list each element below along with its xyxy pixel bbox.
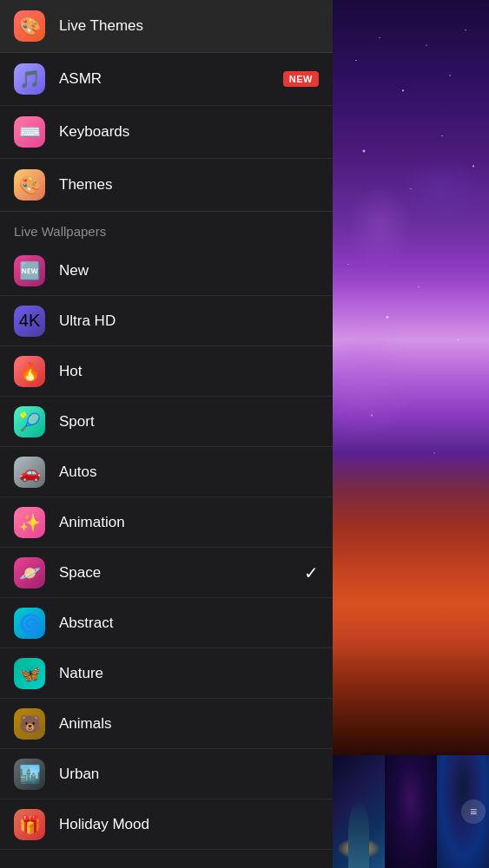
- nature-label: Nature: [59, 665, 103, 682]
- abstract-icon: 🌀: [14, 608, 45, 639]
- live-themes-label: Live Themes: [59, 17, 143, 35]
- themes-icon: 🎨: [14, 169, 45, 201]
- new-icon: 🆕: [14, 255, 45, 286]
- hot-label: Hot: [59, 363, 82, 380]
- scroll-indicator[interactable]: ≡: [461, 799, 486, 824]
- section-header: Live Wallpapers: [0, 212, 333, 246]
- category-item-abstract[interactable]: 🌀Abstract: [0, 598, 333, 648]
- sport-label: Sport: [59, 413, 95, 431]
- holiday-mood-icon: 🎁: [14, 809, 45, 840]
- thumbnails-strip: ≡: [333, 755, 489, 868]
- category-item-urban[interactable]: 🏙️Urban: [0, 749, 333, 799]
- category-item-space[interactable]: 🪐Space✓: [0, 548, 333, 598]
- urban-icon: 🏙️: [14, 759, 45, 790]
- category-item-sport[interactable]: 🎾Sport: [0, 397, 333, 447]
- thumbnail-1[interactable]: [333, 755, 385, 868]
- top-menu: 🎨Live Themes🎵ASMRNEW⌨️Keyboards🎨Themes: [0, 0, 333, 212]
- animals-icon: 🐻: [14, 708, 45, 740]
- category-item-hot[interactable]: 🔥Hot: [0, 346, 333, 397]
- menu-item-themes[interactable]: 🎨Themes: [0, 159, 333, 212]
- keyboards-icon: ⌨️: [14, 116, 45, 148]
- space-checkmark: ✓: [304, 562, 319, 583]
- category-item-autos[interactable]: 🚗Autos: [0, 447, 333, 497]
- keyboards-label: Keyboards: [59, 123, 129, 141]
- space-label: Space: [59, 564, 101, 582]
- animation-label: Animation: [59, 514, 125, 531]
- sidebar: 🎨Live Themes🎵ASMRNEW⌨️Keyboards🎨Themes L…: [0, 0, 333, 868]
- themes-label: Themes: [59, 176, 112, 194]
- animation-icon: ✨: [14, 507, 45, 538]
- asmr-icon: 🎵: [14, 63, 45, 95]
- live-themes-icon: 🎨: [14, 10, 45, 42]
- holiday-mood-label: Holiday Mood: [59, 816, 149, 833]
- animals-label: Animals: [59, 715, 111, 733]
- sport-icon: 🎾: [14, 406, 45, 437]
- category-item-holiday-mood[interactable]: 🎁Holiday Mood: [0, 799, 333, 850]
- asmr-label: ASMR: [59, 70, 102, 88]
- category-item-nature[interactable]: 🦋Nature: [0, 648, 333, 699]
- space-icon: 🪐: [14, 557, 45, 589]
- menu-item-keyboards[interactable]: ⌨️Keyboards: [0, 106, 333, 159]
- new-label: New: [59, 262, 89, 279]
- nature-icon: 🦋: [14, 658, 45, 689]
- category-item-animation[interactable]: ✨Animation: [0, 497, 333, 548]
- category-item-animals[interactable]: 🐻Animals: [0, 699, 333, 749]
- ultra-hd-icon: 4K: [14, 306, 45, 337]
- hot-icon: 🔥: [14, 356, 45, 387]
- right-panel: ≡: [333, 0, 489, 868]
- wallpaper-preview[interactable]: [333, 0, 489, 755]
- ultra-hd-label: Ultra HD: [59, 312, 116, 330]
- categories-list: 🆕New4KUltra HD🔥Hot🎾Sport🚗Autos✨Animation…: [0, 246, 333, 868]
- menu-item-asmr[interactable]: 🎵ASMRNEW: [0, 53, 333, 106]
- autos-label: Autos: [59, 464, 96, 481]
- urban-label: Urban: [59, 766, 99, 783]
- autos-icon: 🚗: [14, 457, 45, 488]
- thumbnail-2[interactable]: [385, 755, 437, 868]
- abstract-label: Abstract: [59, 615, 113, 632]
- menu-item-live-themes[interactable]: 🎨Live Themes: [0, 0, 333, 53]
- asmr-badge: NEW: [283, 71, 319, 87]
- category-item-ultra-hd[interactable]: 4KUltra HD: [0, 296, 333, 346]
- category-item-new[interactable]: 🆕New: [0, 246, 333, 296]
